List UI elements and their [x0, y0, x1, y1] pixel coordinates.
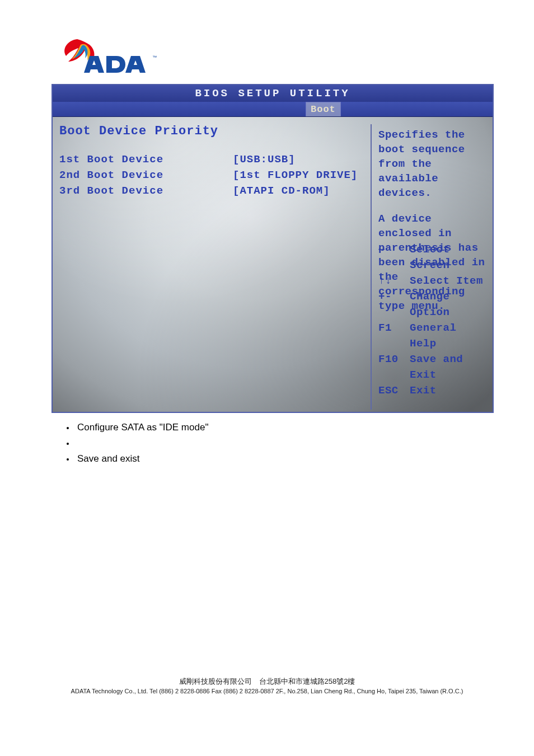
bios-menu-bar: Boot — [53, 102, 493, 117]
help-paragraph: Specifies the boot sequence from the ava… — [378, 128, 487, 200]
svg-text:™: ™ — [152, 55, 157, 60]
key-desc: Select Item — [410, 273, 488, 289]
key-arrows-lr-icon: ↔ — [378, 242, 410, 273]
key-arrows-ud-icon: ↑↓ — [378, 273, 410, 289]
key-legend: ↔ Select Screen ↑↓ Select Item +- Change… — [378, 242, 488, 398]
key-row: ↔ Select Screen — [378, 242, 488, 273]
key-row: ↑↓ Select Item — [378, 273, 488, 289]
key-f1: F1 — [378, 320, 410, 351]
boot-label: 2nd Boot Device — [59, 167, 233, 183]
bios-title-bar: BIOS SETUP UTILITY — [53, 85, 493, 102]
bios-tab-boot[interactable]: Boot — [306, 102, 341, 116]
list-item — [75, 435, 534, 451]
key-plusminus-icon: +- — [378, 289, 410, 320]
adata-logo: ™ — [56, 34, 157, 78]
key-desc: General Help — [410, 320, 488, 351]
instruction-list: Configure SATA as "IDE mode" Save and ex… — [53, 420, 534, 467]
boot-value: [USB:USB] — [233, 152, 362, 167]
adata-logo-svg: ™ — [56, 34, 157, 78]
boot-row-2[interactable]: 2nd Boot Device [1st FLOPPY DRIVE] — [59, 167, 362, 183]
key-row: +- Change Option — [378, 289, 488, 320]
footer-line-2: ADATA Technology Co., Ltd. Tel (886) 2 8… — [0, 688, 534, 694]
boot-row-1[interactable]: 1st Boot Device [USB:USB] — [59, 152, 362, 167]
key-desc: Save and Exit — [410, 351, 488, 383]
page-footer: 威剛科技股份有限公司 台北縣中和市連城路258號2樓 ADATA Technol… — [0, 677, 534, 694]
footer-line-1: 威剛科技股份有限公司 台北縣中和市連城路258號2樓 — [0, 677, 534, 687]
bios-body: Boot Device Priority 1st Boot Device [US… — [53, 116, 493, 412]
bios-left-panel: Boot Device Priority 1st Boot Device [US… — [59, 124, 362, 412]
key-desc: Change Option — [410, 289, 488, 320]
boot-label: 3rd Boot Device — [59, 183, 233, 199]
boot-value: [1st FLOPPY DRIVE] — [233, 167, 362, 183]
panel-title: Boot Device Priority — [59, 124, 362, 138]
document-page: ™ BIOS SETUP UTILITY Boot Boot Device Pr… — [0, 0, 534, 756]
key-desc: Exit — [410, 383, 488, 398]
bios-screenshot: BIOS SETUP UTILITY Boot Boot Device Prio… — [51, 84, 494, 413]
boot-label: 1st Boot Device — [59, 152, 233, 167]
boot-value: [ATAPI CD-ROM] — [233, 183, 362, 199]
key-row: F1 General Help — [378, 320, 488, 351]
bios-help-panel: Specifies the boot sequence from the ava… — [371, 124, 490, 410]
key-desc: Select Screen — [410, 242, 488, 273]
list-item: Configure SATA as "IDE mode" — [75, 420, 534, 435]
key-row: ESC Exit — [378, 383, 488, 398]
boot-row-3[interactable]: 3rd Boot Device [ATAPI CD-ROM] — [59, 183, 362, 199]
list-item: Save and exist — [75, 451, 534, 467]
key-row: F10 Save and Exit — [378, 351, 488, 383]
key-f10: F10 — [378, 351, 410, 383]
key-esc: ESC — [378, 383, 410, 398]
